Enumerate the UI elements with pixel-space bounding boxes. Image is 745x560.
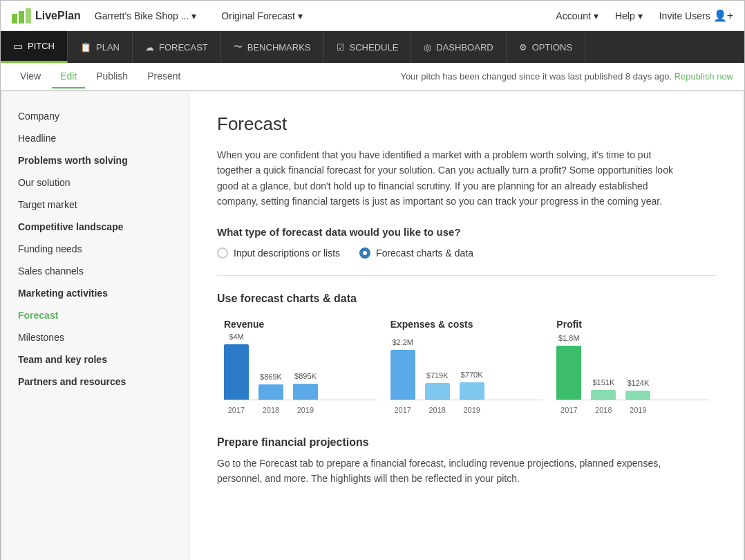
subnav-view[interactable]: View [12, 65, 49, 88]
svg-rect-1 [19, 11, 24, 24]
sidebar-item-problems[interactable]: Problems worth solving [1, 149, 189, 171]
revenue-bar-rect-2018 [258, 384, 283, 400]
expenses-bar-2018: $719K [425, 371, 450, 400]
profit-bar-rect-2017 [556, 346, 581, 400]
radio-forecast-charts[interactable]: Forecast charts & data [359, 248, 473, 259]
sub-nav: View Edit Publish Present Your pitch has… [1, 63, 744, 91]
nav-benchmarks[interactable]: 〜 BENCHMARKS [221, 31, 324, 63]
sidebar-item-headline[interactable]: Headline [1, 127, 189, 149]
sidebar-item-partners[interactable]: Partners and resources [1, 371, 189, 393]
forecast-name[interactable]: Original Forecast ▾ [221, 10, 303, 21]
profit-value-2017: $1.8M [558, 334, 580, 342]
republish-link[interactable]: Republish now [675, 71, 733, 82]
nav-forecast[interactable]: ☁ FORECAST [133, 31, 221, 63]
prepare-title: Prepare financial projections [217, 436, 716, 449]
nav-dashboard[interactable]: ◎ DASHBOARD [411, 31, 506, 63]
account-chevron-icon: ▾ [594, 10, 598, 21]
sidebar-item-forecast[interactable]: Forecast [1, 304, 189, 326]
revenue-bar-2018: $869K [258, 373, 283, 400]
intro-text: When you are confident that you have ide… [217, 147, 673, 209]
forecast-icon: ☁ [145, 42, 154, 53]
account-link[interactable]: Account ▾ [556, 10, 598, 21]
help-chevron-icon: ▾ [638, 10, 643, 21]
sidebar-item-competitive[interactable]: Competitive landscape [1, 216, 189, 238]
sub-nav-notice: Your pitch has been changed since it was… [400, 71, 733, 82]
profit-bars: $1.8M $151K $124K [556, 338, 709, 400]
expenses-title: Expenses & costs [390, 319, 543, 330]
revenue-bar-rect-2017 [224, 344, 249, 400]
sidebar-item-sales[interactable]: Sales channels [1, 260, 189, 282]
radio-input-descriptions[interactable]: Input descriptions or lists [217, 248, 340, 259]
revenue-bar-2019: $895K [293, 372, 318, 400]
expenses-bar-chart: $2.2M $719K $770K [390, 338, 543, 414]
profit-bar-rect-2018 [591, 390, 616, 400]
expenses-chart-block: Expenses & costs $2.2M $719K [384, 319, 550, 414]
profit-chart-block: Profit $1.8M $151K [549, 319, 716, 414]
main-layout: Company Headline Problems worth solving … [1, 91, 744, 560]
sidebar-item-funding[interactable]: Funding needs [1, 238, 189, 260]
subnav-present[interactable]: Present [139, 65, 189, 88]
sidebar: Company Headline Problems worth solving … [1, 91, 189, 560]
invite-icon: 👤+ [713, 9, 733, 22]
revenue-title: Revenue [224, 319, 377, 330]
sidebar-item-milestones[interactable]: Milestones [1, 326, 189, 348]
expenses-year-2019: 2019 [460, 406, 484, 414]
logo[interactable]: LivePlan [12, 8, 81, 24]
profit-bar-chart: $1.8M $151K $124K [556, 338, 709, 414]
expenses-bar-2017: $2.2M [390, 338, 415, 400]
profit-title: Profit [556, 319, 709, 330]
sidebar-item-marketing[interactable]: Marketing activities [1, 282, 189, 304]
svg-rect-2 [26, 8, 31, 24]
expenses-bar-2019: $770K [460, 371, 484, 400]
forecast-chevron-icon: ▾ [298, 10, 303, 21]
nav-schedule[interactable]: ☑ SCHEDULE [324, 31, 412, 63]
help-link[interactable]: Help ▾ [615, 10, 643, 21]
profit-value-2019: $124K [627, 379, 649, 387]
revenue-year-2018: 2018 [258, 406, 283, 414]
revenue-year-2019: 2019 [293, 406, 318, 414]
radio-circle-descriptions [217, 248, 228, 259]
sidebar-item-team[interactable]: Team and key roles [1, 348, 189, 371]
forecast-question: What type of forecast data would you lik… [217, 226, 716, 238]
nav-bar: ▭ PITCH 📋 PLAN ☁ FORECAST 〜 BENCHMARKS ☑… [1, 31, 744, 63]
prepare-text: Go to the Forecast tab to prepare a fina… [217, 456, 673, 487]
content-area: Forecast When you are confident that you… [189, 91, 744, 560]
top-bar: LivePlan Garrett's Bike Shop ... ▾ Origi… [1, 1, 744, 31]
revenue-value-2017: $4M [229, 333, 243, 341]
subnav-edit[interactable]: Edit [52, 65, 85, 88]
expenses-bars: $2.2M $719K $770K [390, 338, 543, 400]
logo-text: LivePlan [35, 10, 81, 22]
revenue-value-2018: $869K [260, 373, 282, 381]
sidebar-item-solution[interactable]: Our solution [1, 171, 189, 194]
shop-name[interactable]: Garrett's Bike Shop ... ▾ [95, 10, 197, 21]
invite-users-button[interactable]: Invite Users 👤+ [659, 9, 733, 22]
pitch-icon: ▭ [13, 40, 23, 53]
nav-plan[interactable]: 📋 PLAN [68, 31, 133, 63]
sidebar-item-target-market[interactable]: Target market [1, 194, 189, 216]
svg-rect-0 [12, 14, 17, 24]
revenue-bar-2017: $4M [224, 333, 249, 400]
nav-pitch[interactable]: ▭ PITCH [1, 31, 68, 63]
subnav-publish[interactable]: Publish [88, 65, 136, 88]
expenses-years: 2017 2018 2019 [390, 400, 543, 414]
revenue-bar-rect-2019 [293, 384, 318, 400]
revenue-bar-chart: $4M $869K $895K [224, 338, 377, 414]
expenses-bar-rect-2018 [425, 383, 450, 400]
shop-chevron-icon: ▾ [191, 10, 196, 21]
charts-row: Revenue $4M $869K $ [217, 319, 716, 414]
nav-options[interactable]: ⚙ OPTIONS [507, 31, 586, 63]
expenses-value-2017: $2.2M [392, 338, 413, 346]
radio-group: Input descriptions or lists Forecast cha… [217, 248, 716, 259]
expenses-year-2018: 2018 [425, 406, 450, 414]
options-icon: ⚙ [519, 42, 527, 53]
revenue-years: 2017 2018 2019 [224, 400, 377, 414]
divider [217, 275, 716, 276]
profit-year-2019: 2019 [625, 406, 650, 414]
revenue-year-2017: 2017 [224, 406, 249, 414]
revenue-value-2019: $895K [294, 372, 317, 380]
profit-year-2017: 2017 [556, 406, 581, 414]
sidebar-item-company[interactable]: Company [1, 105, 189, 127]
page-title: Forecast [217, 113, 716, 135]
benchmarks-icon: 〜 [234, 41, 243, 53]
expenses-value-2019: $770K [461, 371, 483, 379]
